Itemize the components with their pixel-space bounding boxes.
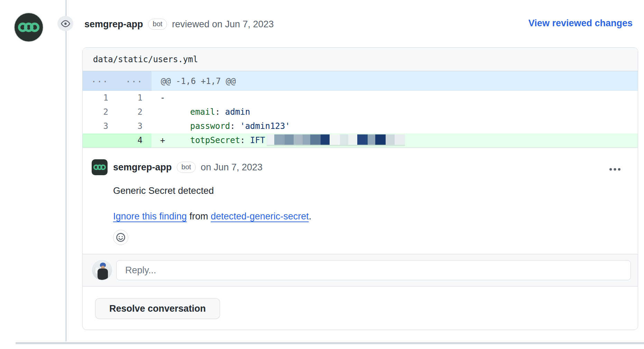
redacted-secret-blur	[267, 134, 405, 145]
expand-ellipsis-old[interactable]: ...	[83, 75, 117, 84]
diff-code-line: + totpSecret: IFT	[151, 133, 638, 148]
new-line-number: 3	[117, 119, 151, 133]
code-segment: totpSecret	[190, 135, 240, 145]
comment-date[interactable]: on Jun 7, 2023	[201, 162, 263, 173]
diff-code-line: -	[151, 91, 638, 105]
old-line-number: 1	[83, 91, 117, 105]
reviewer-name-link[interactable]: semgrep-app	[84, 19, 143, 30]
old-line-number: 2	[83, 105, 117, 119]
code-segment: :	[240, 135, 250, 145]
comment-header: semgrep-app bot on Jun 7, 2023	[92, 159, 627, 175]
eye-icon	[61, 19, 70, 28]
old-line-number	[83, 133, 117, 148]
diff-row: 4+ totpSecret: IFT	[83, 133, 638, 148]
review-event-badge	[57, 16, 73, 31]
bot-badge: bot	[177, 162, 196, 173]
ignore-finding-link[interactable]: Ignore this finding	[113, 211, 187, 221]
review-comment: semgrep-app bot on Jun 7, 2023 Generic S…	[83, 148, 638, 254]
diff-code-line: password: 'admin123'	[151, 119, 638, 133]
new-line-number: 4	[117, 133, 151, 148]
comment-header-text: semgrep-app bot on Jun 7, 2023	[113, 162, 263, 173]
thread-actions: Resolve conversation	[83, 286, 638, 319]
reply-section	[83, 254, 638, 286]
code-segment: :	[215, 107, 225, 117]
from-text: from	[187, 211, 211, 221]
diff-code-line: email: admin	[151, 105, 638, 119]
diff-row: 33 password: 'admin123'	[83, 119, 638, 133]
review-thread-card: data/static/users.yml ... ... @@ -1,6 +1…	[82, 47, 638, 330]
new-line-number: 1	[117, 91, 151, 105]
comment-author-avatar	[92, 159, 108, 175]
reviewer-avatar	[15, 13, 43, 41]
smiley-icon	[116, 233, 126, 242]
new-line-number: 2	[117, 105, 151, 119]
code-segment: +	[160, 135, 190, 145]
bot-badge: bot	[148, 19, 167, 30]
semgrep-logo-icon	[18, 21, 39, 34]
rule-link[interactable]: detected-generic-secret	[211, 211, 309, 221]
comment-author-link[interactable]: semgrep-app	[113, 162, 172, 173]
diff-row: 22 email: admin	[83, 105, 638, 119]
expand-diff-button[interactable]: ... ...	[83, 71, 151, 91]
code-segment: :	[230, 121, 240, 131]
code-segment: admin	[225, 107, 250, 117]
add-reaction-button[interactable]	[113, 230, 128, 245]
current-user-avatar	[92, 261, 112, 280]
section-divider	[16, 342, 644, 344]
diff-file-path[interactable]: data/static/users.yml	[83, 48, 638, 71]
resolve-conversation-button[interactable]: Resolve conversation	[95, 298, 220, 319]
diff-hunk-row: ... ... @@ -1,6 +1,7 @@	[83, 71, 638, 91]
expand-ellipsis-new[interactable]: ...	[117, 75, 152, 84]
code-segment: password	[190, 121, 230, 131]
old-line-number: 3	[83, 119, 117, 133]
diff-row: 11-	[83, 91, 638, 105]
hunk-header-text: @@ -1,6 +1,7 @@	[151, 71, 638, 91]
kebab-horizontal-icon	[609, 163, 621, 175]
reply-input[interactable]	[116, 260, 631, 280]
diff-code-block: 11-22 email: admin33 password: 'admin123…	[83, 91, 638, 148]
comment-body-text: Generic Secret detected	[113, 185, 627, 197]
semgrep-logo-icon	[93, 163, 106, 171]
code-segment: 'admin123'	[240, 121, 290, 131]
avatar-photo-coat	[98, 268, 108, 280]
review-action-text: reviewed on Jun 7, 2023	[172, 19, 274, 30]
view-reviewed-changes-link[interactable]: View reviewed changes	[528, 18, 633, 29]
comment-links-line: Ignore this finding from detected-generi…	[113, 210, 627, 222]
code-segment	[160, 121, 190, 131]
code-segment: email	[190, 107, 215, 117]
review-header: semgrep-app bot reviewed on Jun 7, 2023	[84, 17, 274, 31]
code-segment	[160, 107, 190, 117]
code-segment: -	[160, 93, 165, 103]
code-segment: IFT	[250, 135, 265, 145]
period-text: .	[309, 211, 312, 221]
comment-options-button[interactable]	[607, 162, 623, 176]
timeline-line	[65, 0, 67, 341]
